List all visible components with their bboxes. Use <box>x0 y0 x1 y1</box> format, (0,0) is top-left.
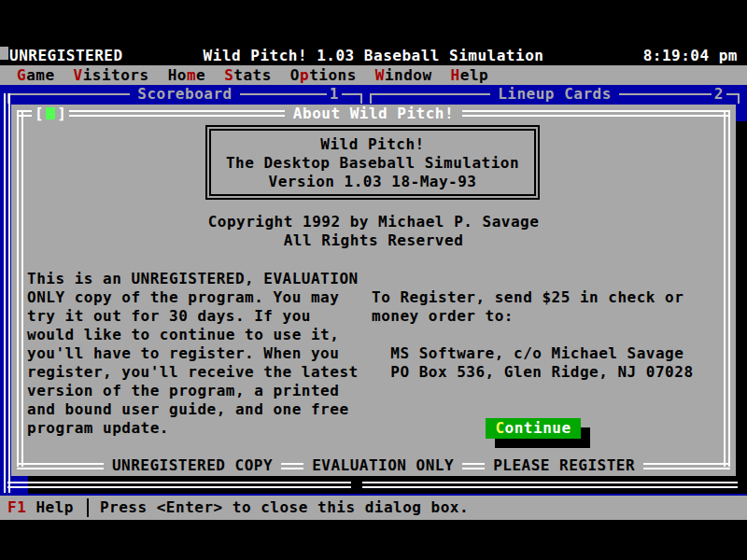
app-title: Wild Pitch! 1.03 Baseball Simulation <box>0 47 747 65</box>
scoreboard-left-border <box>4 93 10 493</box>
menu-options[interactable]: Options <box>290 66 357 85</box>
about-info-box: Wild Pitch! The Desktop Baseball Simulat… <box>205 125 540 200</box>
about-dialog: About Wild Pitch! [] Wild Pitch! The Des… <box>11 105 736 476</box>
register-line: money order to: <box>372 307 726 326</box>
status-bar: F1 Help Press <Enter> to close this dial… <box>0 496 747 520</box>
register-address-line: PO Box 536, Glen Ridge, NJ 07028 <box>372 363 726 382</box>
register-line: To Register, send $25 in check or <box>372 288 726 307</box>
program-name: Wild Pitch! <box>211 135 534 154</box>
lineup-bottom-border <box>362 482 738 488</box>
menu-game[interactable]: Game <box>17 66 55 85</box>
program-subtitle: The Desktop Baseball Simulation <box>211 154 534 173</box>
status-separator <box>87 498 89 517</box>
menu-help[interactable]: Help <box>451 66 489 85</box>
footer-line-segment <box>462 463 485 469</box>
menu-bar: Game Visitors Home Stats Options Window … <box>0 65 747 85</box>
app-title-bar: UNREGISTERED Wild Pitch! 1.03 Baseball S… <box>0 47 747 65</box>
eval-line: program update. <box>27 419 369 438</box>
lineup-window-number: 2 <box>712 85 726 104</box>
window-lineup-cards-titlebar[interactable]: Lineup Cards 2 <box>370 85 740 104</box>
close-icon <box>46 107 55 119</box>
eval-line: ONLY copy of the program. You may <box>27 288 369 307</box>
scoreboard-bottom-border <box>7 482 351 488</box>
footer-register: PLEASE REGISTER <box>485 456 643 475</box>
dialog-title: About Wild Pitch! <box>285 105 462 122</box>
eval-line: version of the program, a printed <box>27 382 369 400</box>
eval-line: register, you'll receive the latest <box>27 363 369 382</box>
dialog-footer: UNREGISTERED COPY EVALUATION ONLY PLEASE… <box>17 455 730 476</box>
continue-button-wrap: Continue <box>486 418 592 449</box>
menu-visitors[interactable]: Visitors <box>74 66 149 85</box>
desktop: Scoreboard 1 Lineup Cards 2 About Wild P… <box>0 85 747 496</box>
footer-line-segment <box>643 463 730 469</box>
clock: 8:19:04 pm <box>643 47 738 65</box>
register-line <box>372 326 726 344</box>
menu-window[interactable]: Window <box>375 66 432 85</box>
dialog-title-row: About Wild Pitch! <box>11 105 736 123</box>
continue-button[interactable]: Continue <box>486 418 581 439</box>
scoreboard-title: Scoreboard <box>7 85 362 104</box>
f1-help-key[interactable]: F1 <box>7 498 26 517</box>
eval-line: try it out for 30 days. If you <box>27 307 369 326</box>
dialog-shadow-right <box>736 121 747 494</box>
menu-home[interactable]: Home <box>168 66 206 85</box>
eval-line: you'll have to register. When you <box>27 344 369 363</box>
status-message: Press <Enter> to close this dialog box. <box>100 498 469 517</box>
evaluation-text-block: This is an UNREGISTERED, EVALUATION ONLY… <box>27 270 369 438</box>
lineup-title: Lineup Cards <box>370 85 740 104</box>
eval-line: This is an UNREGISTERED, EVALUATION <box>27 270 369 288</box>
footer-unregistered: UNREGISTERED COPY <box>104 456 281 475</box>
rights-line: All Rights Reserved <box>11 231 736 250</box>
window-scoreboard-titlebar[interactable]: Scoreboard 1 <box>7 85 362 104</box>
f1-help-label[interactable]: Help <box>26 498 74 517</box>
copyright-block: Copyright 1992 by Michael P. Savage All … <box>11 213 736 250</box>
footer-line-segment <box>281 463 303 469</box>
copyright-line: Copyright 1992 by Michael P. Savage <box>11 213 736 231</box>
close-button[interactable]: [] <box>32 105 69 123</box>
menu-stats[interactable]: Stats <box>224 66 272 85</box>
dialog-border-left <box>17 110 23 467</box>
footer-evaluation: EVALUATION ONLY <box>303 456 462 475</box>
scoreboard-window-number: 1 <box>327 85 342 104</box>
eval-line: would like to continue to use it, <box>27 326 369 344</box>
register-text-block: To Register, send $25 in check or money … <box>372 288 726 382</box>
eval-line: and bound user guide, and one free <box>27 400 369 419</box>
program-version: Version 1.03 18-May-93 <box>211 173 534 191</box>
register-address-line: MS Software, c/o Michael Savage <box>372 344 726 363</box>
footer-line-segment <box>17 463 104 469</box>
